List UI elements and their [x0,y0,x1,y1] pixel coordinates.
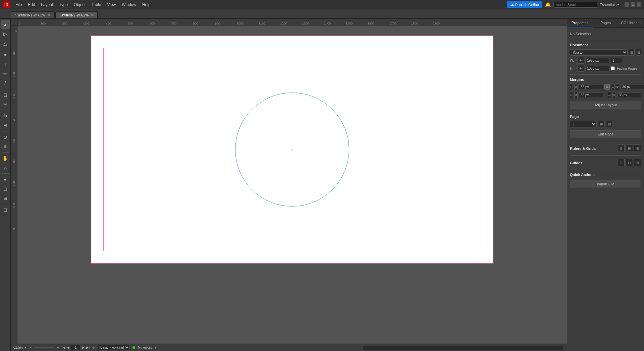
adobe-stock-search[interactable] [553,2,597,8]
page-select[interactable]: 1 [570,121,597,127]
page-prev-btn[interactable]: ◀ [67,346,69,349]
import-file-button[interactable]: Import File [570,180,641,188]
page-last-btn[interactable]: ▶| [86,346,90,349]
scissors-tool[interactable]: ✂ [1,100,10,109]
adjust-layout-button[interactable]: Adjust Layout [570,101,641,109]
page-icon-1[interactable]: ⊞ [598,121,605,127]
free-transform-tool[interactable]: ⊞ [1,121,10,130]
menu-bar: ID File Edit Layout Type Object Table Vi… [0,0,644,9]
menu-file[interactable]: File [13,1,24,8]
fill-stroke-tool[interactable]: ■ [1,175,10,184]
tool-separator-7 [2,204,9,204]
menu-edit[interactable]: Edit [25,1,38,8]
page-navigation: |◀ ◀ ▶ ▶| [62,345,90,350]
circle-shape[interactable]: × [235,93,349,207]
height-input[interactable] [585,66,609,71]
window-controls: — □ ✕ [625,2,641,7]
menu-right: ☁ Publish Online 🔔 Essentials ▾ — □ ✕ [507,1,641,8]
rectangle-frame-tool[interactable]: ⊡ [1,91,10,99]
margin-top-input[interactable] [579,84,603,90]
margin-bottom-spindown[interactable]: ⊕ [574,92,578,98]
guides-icon-btn-3[interactable]: ⊠ [634,159,641,166]
frame-grid-tool[interactable]: ⊟ [1,206,10,214]
menu-table[interactable]: Table [89,1,104,8]
pages-input[interactable] [611,58,623,63]
app-logo: ID [3,1,10,8]
tab-pages[interactable]: Pages [593,19,618,27]
margin-left-spindown[interactable]: ⊕ [612,92,616,98]
menu-view[interactable]: View [104,1,118,8]
guides-title: Guides [570,161,582,165]
close-button[interactable]: ✕ [637,2,641,7]
pen-tool[interactable]: ✒ [1,51,10,59]
publish-online-button[interactable]: ☁ Publish Online [507,1,542,8]
menu-help[interactable]: Help [140,1,153,8]
measure-tool[interactable]: ≡ [1,142,10,151]
page-first-btn[interactable]: |◀ [62,346,65,349]
tab-close-untitled-2[interactable]: ✕ [91,13,93,17]
essentials-button[interactable]: Essentials ▾ [600,2,619,7]
margin-left-input[interactable] [617,92,641,98]
menu-window[interactable]: Window [119,1,139,8]
mode-select[interactable]: [Basic] (working) [98,345,130,350]
tab-cc-libraries[interactable]: CC Libraries [619,19,644,27]
width-down-btn[interactable]: ⊕ [577,57,584,64]
doc-icon-btn-1[interactable]: ⊞ [629,49,634,56]
tab-untitled-1[interactable]: *Untitled-1 @ 62% ✕ [11,11,55,18]
edit-page-button[interactable]: Edit Page [570,130,641,138]
margin-top-icon: ⊓ [570,83,573,90]
zoom-down-btn[interactable]: ▾ [24,346,27,349]
margin-top-spindown[interactable]: ⊕ [574,83,578,90]
width-row: W: ⊕ [570,57,641,64]
eyedropper-tool[interactable]: ⊘ [1,133,10,141]
canvas-viewport[interactable]: × [17,25,567,344]
menu-layout[interactable]: Layout [38,1,56,8]
margin-bottom-input[interactable] [579,92,603,98]
page-icon-2[interactable]: ⊟ [606,121,613,127]
divider-5 [570,155,641,156]
zoom-out-icon[interactable]: − [30,346,32,349]
height-down-btn[interactable]: ⊕ [577,65,584,72]
grids-icon-btn-2[interactable]: ⊞ [634,144,641,152]
zoom-value[interactable]: 61.5% [13,346,23,349]
hand-tool[interactable]: ✋ [1,154,10,163]
page-tool[interactable]: ⊞ [1,194,10,202]
type-tool[interactable]: T [1,60,10,69]
tool-separator-6 [2,173,9,174]
selection-tool[interactable]: ▲ [1,20,10,29]
tab-properties[interactable]: Properties [567,19,593,27]
guides-icon-btn-1[interactable]: ⊞ [617,159,625,166]
width-input[interactable] [585,58,609,63]
rulers-icon-btn[interactable]: ⊟ [617,144,625,152]
minimize-button[interactable]: — [625,2,629,7]
maximize-button[interactable]: □ [631,2,635,7]
direct-selection-tool[interactable]: ▷ [1,30,10,38]
zoom-in-icon[interactable]: + [57,346,59,349]
tab-untitled-2[interactable]: Untitled-2 @ 62% ✕ [55,11,98,18]
notifications-icon[interactable]: 🔔 [545,2,551,7]
menu-object[interactable]: Object [71,1,88,8]
height-label: H: [570,67,576,70]
preset-select[interactable]: [Custom] [570,49,628,56]
line-tool[interactable]: / [1,79,10,87]
margin-right-spindown[interactable]: ⊕ [616,83,619,90]
rotate-tool[interactable]: ↻ [1,112,10,120]
margin-chain-icon[interactable]: ⛓ [604,84,610,90]
horizontal-scrollbar[interactable] [363,346,563,350]
facing-pages-checkbox[interactable] [611,66,615,70]
ruler-h-marks: 0 100 200 300 400 500 600 700 800 900 10… [17,19,455,25]
grids-icon-btn-1[interactable]: ⊞ [626,144,633,152]
status-arrow[interactable]: ▾ [155,346,156,349]
anchor-tool[interactable]: △ [1,39,10,48]
menu-type[interactable]: Type [56,1,70,8]
zoom-tool[interactable]: ⌕ [1,163,10,172]
pencil-tool[interactable]: ✏ [1,69,10,78]
tab-close-untitled-1[interactable]: ✕ [48,13,50,17]
page-number-input[interactable] [71,345,81,350]
preview-mode-btn[interactable]: ◻ [1,184,10,193]
guides-icon-btn-2[interactable]: ⊟ [626,159,633,166]
page-next-btn[interactable]: ▶ [82,346,85,349]
zoom-control: 61.5% ▾ [13,346,27,349]
doc-icon-btn-2[interactable]: ⊟ [636,49,641,56]
margin-right-input[interactable] [621,84,644,90]
